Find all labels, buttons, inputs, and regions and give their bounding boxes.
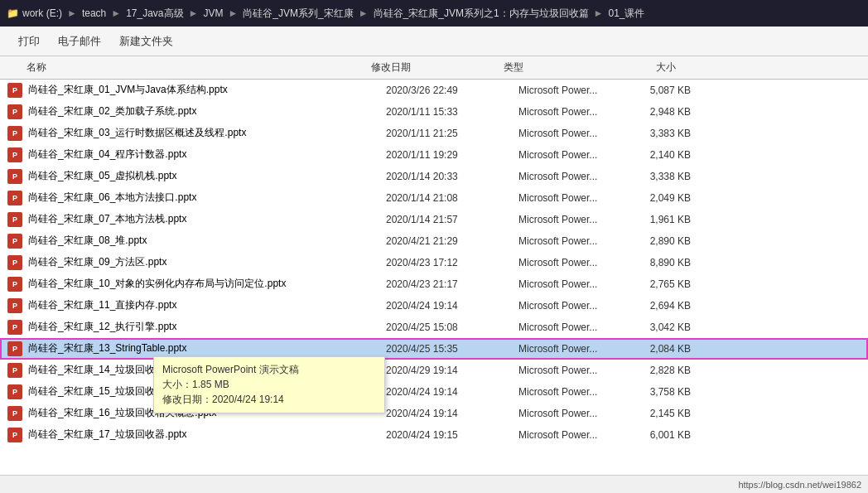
breadcrumb-work[interactable]: work (E:) (22, 7, 62, 19)
file-list: 尚硅谷_宋红康_01_JVM与Java体系结构.pptx2020/3/26 22… (0, 80, 868, 475)
file-name: 尚硅谷_宋红康_04_程序计数器.pptx (28, 147, 386, 162)
file-date: 2020/4/23 17:12 (386, 257, 518, 268)
tooltip-size-label: 大小： (162, 379, 192, 390)
file-date: 2020/4/25 15:35 (386, 343, 518, 355)
file-size: 1,961 KB (634, 214, 701, 225)
file-name: 尚硅谷_宋红康_03_运行时数据区概述及线程.pptx (28, 126, 386, 140)
new-folder-button[interactable]: 新建文件夹 (111, 31, 181, 52)
file-icon (7, 233, 23, 249)
file-date: 2020/1/14 21:08 (386, 192, 518, 204)
title-bar: 📁 work (E:) ► teach ► 17_Java高级 ► JVM ► … (0, 0, 868, 27)
table-row[interactable]: 尚硅谷_宋红康_17_垃圾回收器.pptx2020/4/24 19:15Micr… (0, 424, 868, 446)
file-size: 8,890 KB (634, 257, 701, 268)
file-type: Microsoft Power... (518, 106, 634, 118)
file-size: 2,140 KB (634, 149, 701, 161)
file-name: 尚硅谷_宋红康_09_方法区.pptx (28, 255, 386, 269)
table-row[interactable]: 尚硅谷_宋红康_16_垃圾回收相关概念.pptx2020/4/24 19:14M… (0, 403, 868, 424)
table-row[interactable]: 尚硅谷_宋红康_11_直接内存.pptx2020/4/24 19:14Micro… (0, 295, 868, 317)
table-row[interactable]: 尚硅谷_宋红康_03_运行时数据区概述及线程.pptx2020/1/11 21:… (0, 123, 868, 144)
file-size: 2,049 KB (634, 192, 701, 204)
file-date: 2020/4/21 21:29 (386, 235, 518, 247)
file-date: 2020/4/24 19:14 (386, 408, 518, 419)
file-icon (7, 297, 23, 314)
breadcrumb-series[interactable]: 尚硅谷_JVM系列_宋红康 (243, 7, 353, 21)
file-name: 尚硅谷_宋红康_12_执行引擎.pptx (28, 320, 386, 334)
tooltip-size-value: 1.85 MB (192, 379, 229, 390)
table-row[interactable]: 尚硅谷_宋红康_09_方法区.pptx2020/4/23 17:12Micros… (0, 252, 868, 273)
file-date: 2020/1/14 21:57 (386, 214, 518, 225)
table-row[interactable]: 尚硅谷_宋红康_06_本地方法接口.pptx2020/1/14 21:08Mic… (0, 187, 868, 209)
file-date: 2020/4/24 19:15 (386, 429, 518, 441)
email-button[interactable]: 电子邮件 (50, 31, 109, 52)
table-row[interactable]: 尚硅谷_宋红康_12_执行引擎.pptx2020/4/25 15:08Micro… (0, 317, 868, 338)
col-header-date[interactable]: 修改日期 (371, 60, 504, 75)
file-type: Microsoft Power... (518, 128, 634, 139)
file-tooltip: Microsoft PowerPoint 演示文稿 大小：1.85 MB 修改日… (153, 356, 385, 413)
file-date: 2020/1/11 19:29 (386, 149, 518, 161)
file-type: Microsoft Power... (518, 149, 634, 161)
file-size: 2,765 KB (634, 278, 701, 290)
file-icon (7, 82, 23, 99)
file-name: 尚硅谷_宋红康_07_本地方法栈.pptx (28, 212, 386, 226)
main-area: 名称 修改日期 类型 大小 尚硅谷_宋红康_01_JVM与Java体系结构.pp… (0, 56, 868, 475)
table-row[interactable]: 尚硅谷_宋红康_05_虚拟机栈.pptx2020/1/14 20:33Micro… (0, 166, 868, 187)
file-icon (7, 362, 23, 379)
file-type: Microsoft Power... (518, 429, 634, 441)
file-icon (7, 405, 23, 422)
file-icon (7, 319, 23, 336)
table-row[interactable]: 尚硅谷_宋红康_04_程序计数器.pptx2020/1/11 19:29Micr… (0, 144, 868, 166)
file-type: Microsoft Power... (518, 85, 634, 96)
table-row[interactable]: 尚硅谷_宋红康_10_对象的实例化内存布局与访问定位.pptx2020/4/23… (0, 273, 868, 295)
file-type: Microsoft Power... (518, 235, 634, 247)
file-size: 2,145 KB (634, 408, 701, 419)
file-date: 2020/1/11 15:33 (386, 106, 518, 118)
table-row[interactable]: 尚硅谷_宋红康_15_垃圾回收相关算法.pptx2020/4/24 19:14M… (0, 381, 868, 403)
file-type: Microsoft Power... (518, 365, 634, 376)
file-size: 2,828 KB (634, 365, 701, 376)
table-row[interactable]: 尚硅谷_宋红康_07_本地方法栈.pptx2020/1/14 21:57Micr… (0, 209, 868, 230)
file-type: Microsoft Power... (518, 171, 634, 182)
print-button[interactable]: 打印 (10, 31, 48, 52)
file-icon (7, 104, 23, 120)
breadcrumb-teach[interactable]: teach (82, 7, 106, 19)
file-date: 2020/4/24 19:14 (386, 300, 518, 312)
file-size: 3,383 KB (634, 128, 701, 139)
file-icon (7, 427, 23, 443)
col-header-name[interactable]: 名称 (7, 60, 371, 75)
file-name: 尚硅谷_宋红康_05_虚拟机栈.pptx (28, 169, 386, 183)
file-size: 2,948 KB (634, 106, 701, 118)
table-row[interactable]: 尚硅谷_宋红康_08_堆.pptx2020/4/21 21:29Microsof… (0, 230, 868, 252)
col-header-size[interactable]: 大小 (620, 60, 686, 75)
toolbar: 打印 电子邮件 新建文件夹 (0, 27, 868, 56)
file-date: 2020/4/24 19:14 (386, 386, 518, 398)
file-date: 2020/4/25 15:08 (386, 321, 518, 333)
tooltip-date-row: 修改日期：2020/4/24 19:14 (162, 393, 376, 407)
tooltip-app-name: Microsoft PowerPoint 演示文稿 (162, 363, 376, 377)
file-date: 2020/1/11 21:25 (386, 128, 518, 139)
breadcrumb-memory[interactable]: 尚硅谷_宋红康_JVM系列之1：内存与垃圾回收篇 (374, 7, 589, 21)
breadcrumb-java[interactable]: 17_Java高级 (126, 7, 183, 21)
file-name: 尚硅谷_宋红康_02_类加载子系统.pptx (28, 104, 386, 118)
breadcrumb-jvm[interactable]: JVM (203, 7, 223, 19)
breadcrumb-lesson[interactable]: 01_课件 (608, 7, 644, 21)
table-row[interactable]: 尚硅谷_宋红康_01_JVM与Java体系结构.pptx2020/3/26 22… (0, 80, 868, 101)
file-type: Microsoft Power... (518, 300, 634, 312)
file-size: 3,758 KB (634, 386, 701, 398)
file-name: 尚硅谷_宋红康_11_直接内存.pptx (28, 298, 386, 312)
status-url: https://blog.csdn.net/wei19862 (738, 480, 861, 490)
file-name: 尚硅谷_宋红康_01_JVM与Java体系结构.pptx (28, 83, 386, 97)
file-icon (7, 384, 23, 400)
file-icon (7, 168, 23, 185)
file-name: 尚硅谷_宋红康_10_对象的实例化内存布局与访问定位.pptx (28, 277, 386, 291)
folder-icon: 📁 (7, 7, 19, 19)
table-row[interactable]: 尚硅谷_宋红康_13_StringTable.pptx2020/4/25 15:… (0, 338, 868, 360)
file-icon (7, 276, 23, 292)
file-type: Microsoft Power... (518, 343, 634, 355)
status-bar: https://blog.csdn.net/wei19862 (0, 475, 868, 493)
file-type: Microsoft Power... (518, 192, 634, 204)
file-type: Microsoft Power... (518, 257, 634, 268)
col-header-type[interactable]: 类型 (504, 60, 620, 75)
table-row[interactable]: 尚硅谷_宋红康_14_垃圾回收概述.pptx2020/4/29 19:14Mic… (0, 360, 868, 381)
file-type: Microsoft Power... (518, 214, 634, 225)
table-row[interactable]: 尚硅谷_宋红康_02_类加载子系统.pptx2020/1/11 15:33Mic… (0, 101, 868, 123)
